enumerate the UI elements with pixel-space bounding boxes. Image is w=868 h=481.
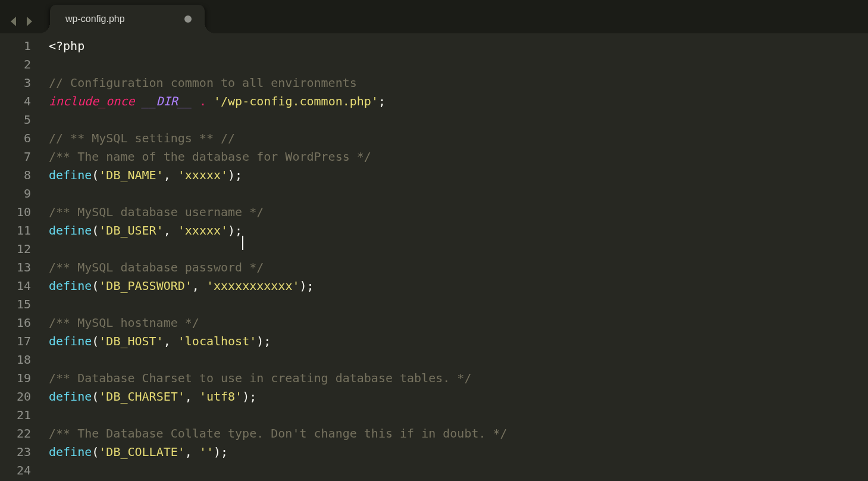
line-number: 9 — [0, 185, 42, 203]
code-content[interactable]: <?php // Configuration common to all env… — [42, 33, 868, 481]
token-str: 'DB_USER' — [99, 223, 163, 238]
code-line[interactable]: /** The name of the database for WordPre… — [49, 148, 868, 166]
code-line[interactable] — [49, 55, 868, 74]
token-str: 'utf8' — [199, 389, 242, 404]
token-fn: define — [49, 445, 92, 459]
token-str: '/wp-config.common.php' — [214, 94, 378, 108]
token-str: 'xxxxx' — [178, 223, 228, 238]
code-line[interactable]: /** Database Charset to use in creating … — [49, 369, 868, 388]
token-pn: , — [164, 223, 178, 238]
token-pn: ( — [92, 279, 99, 293]
line-number: 2 — [0, 55, 42, 74]
token-pn: , — [185, 389, 199, 404]
token-cm: /** The Database Collate type. Don't cha… — [49, 426, 507, 441]
token-pn: ); — [242, 389, 256, 404]
token-pn: ( — [92, 334, 99, 348]
code-line[interactable] — [49, 295, 868, 314]
code-line[interactable]: include_once __DIR__ . '/wp-config.commo… — [49, 92, 868, 111]
token-str: 'DB_NAME' — [99, 168, 163, 182]
token-cm: /** MySQL hostname */ — [49, 316, 199, 330]
code-line[interactable] — [49, 351, 868, 369]
line-number: 24 — [0, 461, 42, 480]
editor-window: wp-config.php 12345678910111213141516171… — [0, 0, 868, 481]
token-pn: ); — [228, 223, 242, 238]
token-cm: // ** MySQL settings ** // — [49, 131, 235, 145]
token-pn: , — [164, 168, 178, 182]
line-number: 12 — [0, 240, 42, 258]
line-number: 19 — [0, 369, 42, 388]
nav-forward-icon[interactable] — [24, 15, 35, 27]
token-pn: , — [164, 334, 178, 348]
code-line[interactable]: // Configuration common to all environme… — [49, 74, 868, 92]
line-number: 16 — [0, 314, 42, 332]
code-line[interactable]: /** MySQL database username */ — [49, 203, 868, 221]
line-number: 14 — [0, 277, 42, 295]
code-line[interactable] — [49, 185, 868, 203]
token-op: . — [199, 94, 206, 108]
line-number: 20 — [0, 388, 42, 406]
token-pn — [135, 94, 142, 108]
line-number: 15 — [0, 295, 42, 314]
token-cm: // Configuration common to all environme… — [49, 76, 357, 90]
code-line[interactable]: /** MySQL database password */ — [49, 258, 868, 277]
code-line[interactable]: define('DB_USER', 'xxxxx'); — [49, 221, 868, 240]
line-number: 4 — [0, 92, 42, 111]
token-str: '' — [199, 445, 214, 459]
token-pn: ( — [92, 168, 99, 182]
token-cm: /** The name of the database for WordPre… — [49, 149, 371, 164]
code-line[interactable]: /** MySQL hostname */ — [49, 314, 868, 332]
token-pn: ); — [214, 445, 228, 459]
token-tag: <?php — [49, 39, 84, 53]
code-line[interactable] — [49, 111, 868, 129]
nav-back-icon[interactable] — [8, 15, 19, 27]
code-line[interactable]: define('DB_CHARSET', 'utf8'); — [49, 388, 868, 406]
line-number-gutter[interactable]: 123456789101112131415161718192021222324 — [0, 33, 42, 481]
line-number: 5 — [0, 111, 42, 129]
token-pn: , — [192, 279, 206, 293]
token-pn: , — [185, 445, 199, 459]
token-pn: ( — [92, 445, 99, 459]
token-fn: define — [49, 223, 92, 238]
token-pn: ); — [299, 279, 314, 293]
token-kw: include_once — [49, 94, 135, 108]
token-fn: define — [49, 334, 92, 348]
code-line[interactable]: <?php — [49, 37, 868, 55]
line-number: 13 — [0, 258, 42, 277]
code-line[interactable]: define('DB_HOST', 'localhost'); — [49, 332, 868, 351]
line-number: 10 — [0, 203, 42, 221]
tab-active[interactable]: wp-config.php — [50, 5, 205, 33]
line-number: 7 — [0, 148, 42, 166]
token-str: 'localhost' — [178, 334, 256, 348]
line-number: 22 — [0, 424, 42, 443]
code-line[interactable]: // ** MySQL settings ** // — [49, 129, 868, 148]
token-cm: /** MySQL database password */ — [49, 260, 264, 274]
tab-bar: wp-config.php — [0, 0, 868, 33]
token-pn — [192, 94, 199, 108]
token-pn: ( — [92, 223, 99, 238]
line-number: 18 — [0, 351, 42, 369]
line-number: 23 — [0, 443, 42, 461]
code-line[interactable]: define('DB_PASSWORD', 'xxxxxxxxxxx'); — [49, 277, 868, 295]
code-line[interactable]: /** The Database Collate type. Don't cha… — [49, 424, 868, 443]
tab-title: wp-config.php — [65, 14, 175, 24]
token-fn: define — [49, 279, 92, 293]
token-const: __DIR__ — [142, 94, 192, 108]
token-pn: ); — [228, 168, 242, 182]
dirty-indicator-icon[interactable] — [184, 15, 192, 23]
line-number: 1 — [0, 37, 42, 55]
code-line[interactable] — [49, 240, 868, 258]
code-line[interactable] — [49, 461, 868, 480]
editor-area: 123456789101112131415161718192021222324 … — [0, 33, 868, 481]
code-line[interactable]: define('DB_COLLATE', ''); — [49, 443, 868, 461]
code-line[interactable]: define('DB_NAME', 'xxxxx'); — [49, 166, 868, 185]
token-fn: define — [49, 168, 92, 182]
line-number: 21 — [0, 406, 42, 424]
token-cm: /** MySQL database username */ — [49, 205, 264, 219]
nav-arrows — [0, 15, 43, 33]
token-pn: ); — [256, 334, 271, 348]
line-number: 17 — [0, 332, 42, 351]
code-line[interactable] — [49, 406, 868, 424]
line-number: 6 — [0, 129, 42, 148]
token-pn: ( — [92, 389, 99, 404]
line-number: 11 — [0, 221, 42, 240]
